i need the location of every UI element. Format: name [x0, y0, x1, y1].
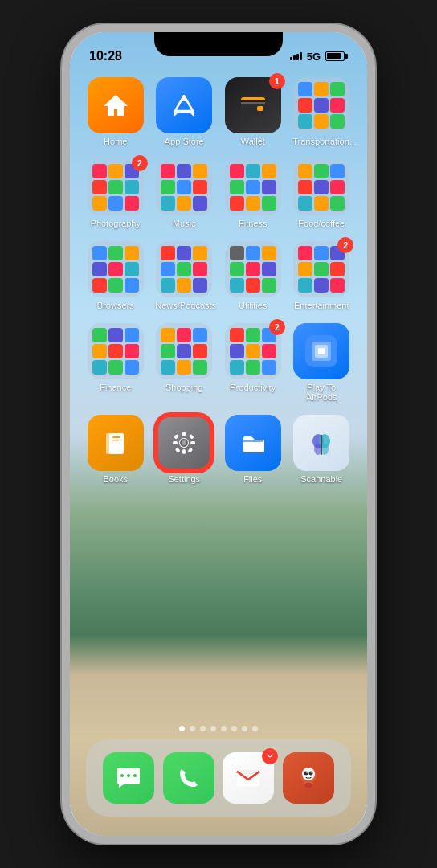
svg-rect-3: [257, 106, 263, 111]
app-settings[interactable]: Settings: [153, 415, 216, 484]
photography-badge: 2: [132, 155, 148, 171]
finance-label: Finance: [100, 383, 131, 392]
app-shopping[interactable]: Shopping: [153, 323, 216, 402]
status-time: 10:28: [89, 49, 122, 63]
svg-rect-11: [112, 436, 120, 438]
music-label: Music: [173, 219, 196, 228]
phone-frame: 10:28 5G: [62, 24, 375, 844]
productivity-badge: 2: [269, 319, 285, 335]
page-dot-2: [190, 726, 195, 731]
status-icons: 5G: [290, 51, 348, 63]
app-fitness[interactable]: Fitness: [222, 159, 284, 228]
scannable-icon: [293, 415, 349, 471]
svg-rect-2: [241, 102, 265, 104]
page-dot-5: [221, 726, 227, 731]
books-label: Books: [103, 474, 128, 484]
messages-icon: [103, 752, 154, 804]
app-music[interactable]: Music: [153, 159, 216, 228]
app-foodcoffee[interactable]: Food/coffee: [291, 159, 353, 228]
productivity-icon: 2: [225, 323, 281, 379]
files-icon: [225, 415, 281, 471]
settings-icon: [156, 415, 212, 471]
duckduckgo-icon: [283, 752, 334, 804]
utilities-icon: [225, 241, 281, 297]
svg-rect-15: [182, 449, 186, 454]
phone-screen: 10:28 5G: [70, 32, 367, 836]
svg-point-23: [182, 440, 186, 445]
svg-rect-19: [189, 434, 194, 440]
svg-rect-21: [188, 448, 194, 453]
airdrop-icon: [293, 323, 349, 379]
books-icon: [88, 415, 144, 471]
app-photography[interactable]: 2 Photography: [84, 159, 147, 228]
dock-phone[interactable]: [163, 752, 214, 804]
dock-messages[interactable]: [103, 752, 154, 804]
svg-point-38: [304, 772, 308, 776]
newspodcasts-label: News/Podcasts: [155, 301, 213, 310]
network-type: 5G: [307, 51, 321, 63]
page-dot-1: [179, 726, 185, 731]
entertainment-badge: 2: [337, 237, 353, 253]
appstore-label: App Store: [165, 137, 204, 146]
notch: [154, 32, 283, 56]
app-newspodcasts[interactable]: News/Podcasts: [153, 241, 216, 310]
svg-rect-8: [318, 348, 325, 354]
app-scannable[interactable]: Scannable: [291, 415, 353, 484]
page-dot-6: [231, 726, 237, 731]
svg-rect-12: [112, 440, 119, 441]
svg-rect-20: [175, 448, 181, 453]
shopping-icon: [156, 323, 212, 379]
browsers-label: Browsers: [97, 301, 134, 310]
foodcoffee-icon: [293, 159, 349, 215]
page-dot-8: [252, 726, 258, 731]
dock: [86, 739, 351, 817]
dock-gmail[interactable]: [223, 752, 274, 804]
gmail-badge: [262, 748, 278, 764]
app-finance[interactable]: Finance: [84, 323, 147, 402]
app-browsers[interactable]: Browsers: [84, 241, 147, 310]
signal-bars-icon: [290, 52, 302, 60]
app-appstore[interactable]: App Store: [153, 77, 216, 146]
app-files[interactable]: Files: [222, 415, 284, 484]
svg-point-31: [133, 774, 137, 777]
app-productivity[interactable]: 2 Productivity: [222, 323, 284, 402]
shopping-label: Shopping: [165, 383, 203, 392]
svg-rect-14: [182, 432, 186, 436]
productivity-label: Productivity: [230, 383, 276, 392]
app-airdrop[interactable]: Play To AirPods: [291, 323, 353, 402]
svg-point-30: [127, 774, 130, 777]
battery-icon: [325, 51, 348, 61]
wallet-badge: 1: [269, 73, 285, 89]
transportation-label: Transportation...: [292, 137, 350, 146]
app-grid: Home App Store 1: [78, 77, 359, 484]
app-transportation[interactable]: Transportation...: [291, 77, 353, 146]
app-utilities[interactable]: Utilities: [222, 241, 284, 310]
files-label: Files: [243, 474, 262, 484]
photography-label: Photography: [91, 219, 141, 228]
app-wallet[interactable]: 1 Wallet: [222, 77, 284, 146]
photography-icon: 2: [88, 159, 144, 215]
gmail-icon: [223, 752, 274, 804]
svg-rect-16: [173, 441, 178, 444]
dock-duckduckgo[interactable]: [283, 752, 334, 804]
page-dots: [70, 726, 367, 731]
fitness-label: Fitness: [239, 219, 267, 228]
music-icon: [156, 159, 212, 215]
svg-point-41: [311, 772, 312, 773]
home-label: Home: [104, 137, 127, 146]
svg-point-29: [120, 774, 124, 777]
svg-rect-17: [190, 441, 195, 444]
appstore-icon: [156, 77, 212, 133]
svg-point-43: [304, 783, 312, 788]
app-books[interactable]: Books: [84, 415, 147, 484]
phone-icon: [163, 752, 214, 804]
transportation-icon: [293, 77, 349, 133]
wallet-label: Wallet: [241, 137, 265, 146]
home-icon: [88, 77, 144, 133]
fitness-icon: [225, 159, 281, 215]
browsers-icon: [88, 241, 144, 297]
app-entertainment[interactable]: 2 Entertainment: [291, 241, 353, 310]
app-home[interactable]: Home: [84, 77, 147, 146]
scannable-label: Scannable: [300, 474, 342, 484]
entertainment-icon: 2: [293, 241, 349, 297]
